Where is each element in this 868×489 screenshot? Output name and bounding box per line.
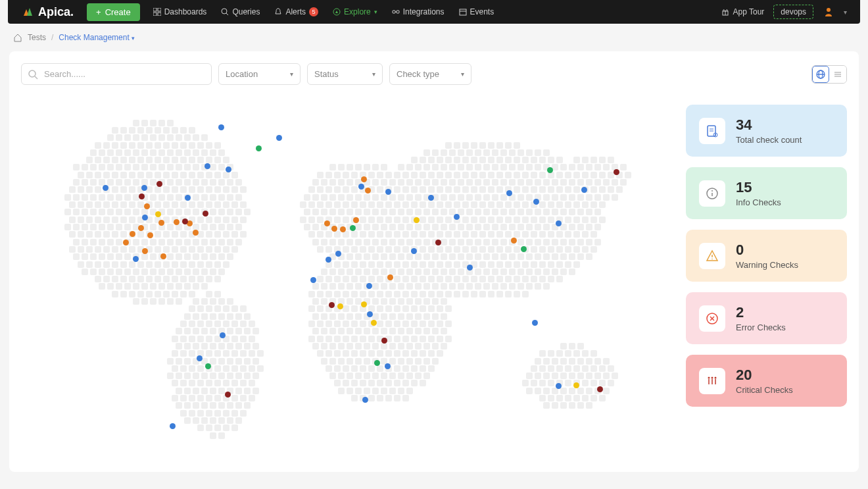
map-marker[interactable] [329,302,335,308]
map-marker[interactable] [218,124,224,130]
map-marker[interactable] [367,311,373,317]
map-marker[interactable] [556,383,562,389]
map-marker[interactable] [547,167,553,173]
map-marker[interactable] [157,181,162,187]
status-filter[interactable]: Status ▾ [307,63,383,85]
map-marker[interactable] [532,320,538,326]
map-marker[interactable] [139,193,145,199]
map-marker[interactable] [205,363,211,369]
map-marker[interactable] [160,253,166,259]
map-marker[interactable] [276,135,282,141]
map-marker[interactable] [366,283,372,289]
map-marker[interactable] [511,238,517,244]
map-marker[interactable] [581,187,587,193]
map-marker[interactable] [506,190,512,196]
stat-card-warn[interactable]: 0Warning Checks [686,230,847,282]
map-marker[interactable] [340,226,346,232]
list-view-button[interactable] [829,66,846,83]
calendar-icon [459,8,467,16]
svg-point-38 [711,376,713,378]
stat-card-info[interactable]: 15Info Checks [686,167,847,219]
map-marker[interactable] [381,338,387,344]
map-marker[interactable] [123,240,129,245]
map-marker[interactable] [142,215,148,220]
map-view-button[interactable] [812,66,829,83]
map-marker[interactable] [385,189,391,195]
map-marker[interactable] [324,220,330,226]
map-marker[interactable] [142,248,148,254]
map-marker[interactable] [256,145,262,151]
map-marker[interactable] [144,203,150,209]
stat-card-doc[interactable]: 34Total check count [686,105,847,157]
view-toggle [811,65,847,84]
map-marker[interactable] [467,265,473,270]
user-avatar-icon[interactable] [823,6,834,18]
map-marker[interactable] [353,217,359,223]
map-marker[interactable] [365,188,371,193]
map-marker[interactable] [331,226,337,232]
search-input[interactable] [21,63,212,85]
map-marker[interactable] [225,392,231,398]
map-marker[interactable] [155,211,161,217]
chevron-down-icon[interactable]: ▾ [844,9,847,16]
map-marker[interactable] [358,184,364,190]
map-marker[interactable] [521,246,527,252]
map-marker[interactable] [614,169,619,175]
nav-alerts[interactable]: Alerts 5 [274,7,318,16]
stat-card-error[interactable]: 2Error Checks [686,292,847,344]
map-marker[interactable] [103,185,108,191]
map-marker[interactable] [141,185,147,191]
map-marker[interactable] [193,230,199,236]
map-marker[interactable] [361,176,367,182]
map-marker[interactable] [362,397,368,403]
map-marker[interactable] [337,303,343,309]
map-marker[interactable] [411,248,417,254]
map-marker[interactable] [435,240,441,245]
checktype-filter[interactable]: Check type ▾ [389,63,471,85]
map-marker[interactable] [414,217,420,223]
map-marker[interactable] [158,220,164,226]
map-marker[interactable] [147,232,153,238]
map-marker[interactable] [185,195,191,201]
map-marker[interactable] [326,257,331,263]
map-marker[interactable] [573,382,579,388]
map-marker[interactable] [556,220,562,226]
create-button[interactable]: + Create [87,3,140,21]
map-marker[interactable] [533,199,539,205]
location-filter[interactable]: Location ▾ [218,63,301,85]
map-marker[interactable] [454,214,460,220]
map-marker[interactable] [182,219,188,224]
map-marker[interactable] [220,332,226,338]
map-marker[interactable] [350,225,356,231]
map-marker[interactable] [597,386,603,392]
map-marker[interactable] [428,195,434,201]
map-marker[interactable] [174,219,180,225]
map-marker[interactable] [387,274,393,280]
nav-queries[interactable]: Queries [221,7,260,16]
map-marker[interactable] [203,211,208,217]
map-marker[interactable] [133,256,139,262]
nav-events[interactable]: Events [459,7,494,16]
user-menu[interactable]: devops [773,5,813,19]
stat-card-critical[interactable]: 20Critical Checks [686,355,847,407]
breadcrumb-root[interactable]: Tests [28,33,46,42]
map-marker[interactable] [371,320,377,326]
map-marker[interactable] [205,163,210,169]
map-marker[interactable] [197,355,203,361]
app-tour-button[interactable]: App Tour [721,7,764,16]
map-marker[interactable] [374,360,380,366]
world-map[interactable] [21,105,673,460]
nav-explore[interactable]: Explore ▾ [333,7,377,16]
nav-integrations[interactable]: Integrations [392,7,445,16]
map-marker[interactable] [361,301,367,307]
breadcrumb-current[interactable]: Check Management ▾ [59,33,135,42]
svg-rect-2 [153,13,157,16]
nav-dashboards[interactable]: Dashboards [153,7,207,16]
map-marker[interactable] [226,167,231,172]
map-marker[interactable] [130,231,135,237]
map-marker[interactable] [310,277,316,283]
map-marker[interactable] [138,225,144,231]
map-marker[interactable] [335,251,341,257]
map-marker[interactable] [170,423,176,429]
map-marker[interactable] [385,363,391,369]
